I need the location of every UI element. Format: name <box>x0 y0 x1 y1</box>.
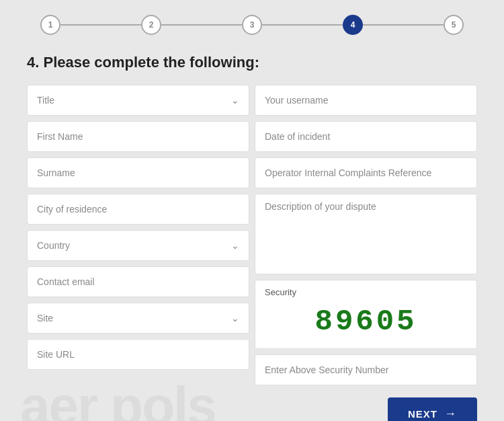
city-input[interactable] <box>37 204 239 215</box>
captcha-display: 89605 <box>265 301 467 342</box>
next-label: NEXT <box>408 408 437 420</box>
button-row: NEXT → <box>255 397 477 421</box>
site-chevron-icon: ⌄ <box>231 313 239 323</box>
next-arrow-icon: → <box>444 407 457 421</box>
step-line-2 <box>161 24 242 26</box>
step-line-3 <box>262 24 343 26</box>
captcha-text: 89605 <box>314 305 417 338</box>
surname-input[interactable] <box>37 167 239 178</box>
description-field <box>255 194 477 274</box>
email-input[interactable] <box>37 276 239 287</box>
siteurl-input[interactable] <box>37 349 239 360</box>
title-select[interactable]: Title ⌄ <box>27 85 249 116</box>
description-textarea[interactable] <box>265 201 467 267</box>
country-label: Country <box>37 240 70 251</box>
step-3: 3 <box>242 15 262 35</box>
step-circle-4: 4 <box>343 15 363 35</box>
step-circle-2: 2 <box>141 15 161 35</box>
title-label: Title <box>37 95 54 106</box>
city-field <box>27 194 249 225</box>
siteurl-field <box>27 339 249 370</box>
country-chevron-icon: ⌄ <box>231 240 239 251</box>
page-title: 4. Please complete the following: <box>27 54 477 71</box>
step-1: 1 <box>40 15 60 35</box>
security-section: Security 89605 <box>255 280 477 349</box>
stepper: 1 2 3 4 5 <box>0 0 504 47</box>
title-chevron-icon: ⌄ <box>231 95 239 106</box>
date-field <box>255 121 477 152</box>
country-select[interactable]: Country ⌄ <box>27 230 249 261</box>
captcha-input[interactable] <box>265 365 467 375</box>
site-label: Site <box>37 313 53 323</box>
date-input[interactable] <box>265 131 467 142</box>
surname-field <box>27 157 249 188</box>
username-field <box>255 85 477 116</box>
email-field <box>27 266 249 297</box>
firstname-input[interactable] <box>37 131 239 142</box>
step-circle-3: 3 <box>242 15 262 35</box>
firstname-field <box>27 121 249 152</box>
step-circle-5: 5 <box>444 15 464 35</box>
site-select[interactable]: Site ⌄ <box>27 303 249 334</box>
form-grid: Title ⌄ Country ⌄ <box>27 85 477 421</box>
left-column: Title ⌄ Country ⌄ <box>27 85 249 421</box>
step-2: 2 <box>141 15 161 35</box>
username-input[interactable] <box>265 95 467 106</box>
operator-input[interactable] <box>265 167 467 178</box>
step-5: 5 <box>444 15 464 35</box>
main-content: 4. Please complete the following: Title … <box>0 47 504 421</box>
next-button[interactable]: NEXT → <box>388 397 477 421</box>
step-line-1 <box>60 24 141 26</box>
step-4: 4 <box>343 15 363 35</box>
right-column: Security 89605 NEXT → <box>255 85 477 421</box>
operator-field <box>255 157 477 188</box>
step-line-4 <box>363 24 444 26</box>
security-label: Security <box>265 287 467 297</box>
captcha-input-field <box>255 354 477 385</box>
step-circle-1: 1 <box>40 15 60 35</box>
